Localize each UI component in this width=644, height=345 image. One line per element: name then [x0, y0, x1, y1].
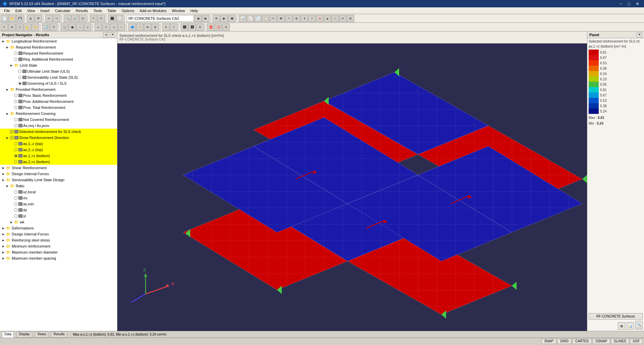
- module-selector[interactable]: RF-CONCRETE Surfaces CA2: [127, 15, 194, 22]
- expand-icon[interactable]: ▶: [9, 63, 13, 67]
- glines-button[interactable]: GLINES: [611, 339, 629, 344]
- tree-item-sl[interactable]: sl: [0, 213, 117, 219]
- tree-item-as-ratio[interactable]: As,req / As,prov: [0, 123, 117, 129]
- toolbar-btn[interactable]: ↙: [95, 23, 102, 31]
- print-preview-button[interactable]: 👁: [35, 15, 42, 22]
- expand-icon[interactable]: ▶: [5, 87, 9, 91]
- toolbar-btn[interactable]: ⚙: [213, 15, 220, 22]
- tree-item-req-reinf[interactable]: Required Reinforcement: [0, 50, 117, 56]
- toolbar-btn[interactable]: 📐: [24, 23, 31, 31]
- open-button[interactable]: 📂: [8, 15, 16, 22]
- menu-item[interactable]: Insert: [38, 8, 52, 13]
- expand-icon[interactable]: ▶: [5, 112, 9, 116]
- toolbar-btn[interactable]: 📈: [247, 15, 254, 22]
- tree-item-governing[interactable]: Governing of ULS / SLS: [0, 80, 117, 86]
- menu-item[interactable]: Help: [188, 8, 201, 13]
- expand-icon[interactable]: ▶: [1, 178, 5, 182]
- app-minimize-button[interactable]: −: [618, 1, 625, 6]
- expand-icon[interactable]: ▶: [1, 172, 5, 176]
- tree-item-wk[interactable]: ▶📁wk: [0, 219, 117, 225]
- tree-item-sls-design[interactable]: ▶📁Serviceability Limit State Design: [0, 177, 117, 183]
- 3d-view[interactable]: x z: [117, 44, 587, 331]
- app-close-button[interactable]: ✕: [634, 1, 641, 6]
- toolbar-btn[interactable]: 🔸: [136, 23, 144, 31]
- save-button[interactable]: 💾: [16, 15, 23, 22]
- panel-close-button[interactable]: ✕: [637, 32, 642, 38]
- tree-item-not-covered[interactable]: Not Covered Reinforcement: [0, 117, 117, 123]
- panel-icon-chart[interactable]: 📊: [627, 322, 634, 330]
- panel-zoom-icon[interactable]: 🔍: [635, 321, 643, 328]
- menu-item[interactable]: Options: [119, 8, 137, 13]
- toolbar-btn[interactable]: 📋: [262, 15, 269, 22]
- tree-item-sls[interactable]: Serviceability Limit State (SLS): [0, 74, 117, 80]
- toolbar-btn[interactable]: ⑨: [196, 23, 204, 31]
- toolbar-btn[interactable]: ⬦: [76, 23, 84, 31]
- expand-icon[interactable]: ▶: [1, 244, 5, 248]
- tree-item-req-add[interactable]: Req. Additional Reinforcement: [0, 56, 117, 62]
- menu-item[interactable]: View: [24, 8, 38, 13]
- tab-results[interactable]: Results: [51, 332, 67, 338]
- toolbar-btn[interactable]: ⇔: [339, 15, 346, 22]
- menu-item[interactable]: Calculate: [52, 8, 73, 13]
- toolbar-btn[interactable]: 📉: [254, 15, 262, 22]
- titlebar-controls[interactable]: − □ ✕: [618, 1, 641, 6]
- tree-item-reinf-steel[interactable]: ▶📁Reinforcing steel stress: [0, 237, 117, 243]
- expand-icon[interactable]: ▶: [1, 166, 5, 170]
- expand-icon[interactable]: ▶: [5, 45, 9, 49]
- tree-item-provided[interactable]: ▶📁Provided Reinforcement: [0, 86, 117, 92]
- tree-item-required[interactable]: ▶📁Required Reinforcement: [0, 44, 117, 50]
- toolbar-btn[interactable]: ⬧: [84, 23, 91, 31]
- toolbar-btn[interactable]: ⊕: [144, 23, 151, 31]
- tree-item-reinf-cover[interactable]: ▶📁Reinforcement Covering: [0, 111, 117, 117]
- zoom-in-button[interactable]: 🔍: [64, 15, 71, 22]
- expand-icon[interactable]: ▶: [1, 232, 5, 236]
- toolbar-btn[interactable]: 📏: [32, 23, 39, 31]
- panel-icon-table[interactable]: ⊞: [618, 322, 625, 330]
- toolbar-btn[interactable]: ▶: [220, 15, 228, 22]
- tree-item-min-reinf[interactable]: ▶📁Minimum reinforcement: [0, 243, 117, 249]
- toolbar-btn[interactable]: 🅱: [189, 23, 196, 31]
- nav-prev-button[interactable]: ◀: [194, 15, 202, 22]
- menu-item[interactable]: Tools: [91, 8, 105, 13]
- toolbar-btn[interactable]: 📊: [239, 15, 246, 22]
- tree-item-as2-z-top[interactable]: as,2,-z (top): [0, 147, 117, 153]
- menu-item[interactable]: Results: [73, 8, 91, 13]
- menu-item[interactable]: File: [1, 8, 13, 13]
- tab-data[interactable]: Data: [2, 332, 14, 338]
- toolbar-btn[interactable]: ⬡: [16, 23, 23, 31]
- dxf-button[interactable]: DXF: [630, 339, 643, 344]
- toolbar-btn[interactable]: ↖: [1, 23, 8, 31]
- osnap-button[interactable]: OSNAP: [592, 339, 610, 344]
- toolbar-btn[interactable]: ↺: [50, 23, 57, 31]
- toolbar-btn[interactable]: ◼: [68, 23, 76, 31]
- toolbar-btn[interactable]: ◻: [61, 23, 68, 31]
- print-button[interactable]: 🖨: [27, 15, 34, 22]
- toolbar-btn[interactable]: 🔄: [42, 23, 50, 31]
- app-maximize-button[interactable]: □: [626, 1, 632, 6]
- toolbar-btn[interactable]: +: [285, 15, 292, 22]
- menu-item[interactable]: Window: [169, 8, 187, 13]
- toolbar-btn[interactable]: 🔺: [316, 15, 323, 22]
- expand-icon[interactable]: ▶: [1, 226, 5, 230]
- toolbar-btn[interactable]: ⊗: [152, 23, 159, 31]
- toolbar-btn[interactable]: ℹ: [301, 15, 308, 22]
- tree-item-shear[interactable]: ▶📁Shear Reinforcement: [0, 165, 117, 171]
- tree-item-max-spacing[interactable]: ▶📁Maximum member spacing: [0, 255, 117, 261]
- toolbar-btn[interactable]: ⊞: [347, 15, 354, 22]
- toolbar-btn[interactable]: 🔷: [128, 23, 136, 31]
- toolbar-btn[interactable]: ✧: [170, 23, 177, 31]
- toolbar-btn[interactable]: ⬜: [116, 15, 123, 22]
- navigator-pin-button[interactable]: ◁: [103, 32, 108, 38]
- toolbar-btn[interactable]: ⊕: [293, 15, 300, 22]
- toolbar-btn[interactable]: ↘: [110, 23, 117, 31]
- toolbar-btn[interactable]: 🚫: [215, 23, 222, 31]
- tab-display[interactable]: Display: [16, 332, 32, 338]
- toolbar-btn[interactable]: ⊖: [222, 23, 230, 31]
- toolbar-btn[interactable]: ✂: [270, 15, 277, 22]
- toolbar-btn[interactable]: ⬛: [108, 15, 116, 22]
- tree-item-design-int2[interactable]: ▶📁Design Internal Forces: [0, 231, 117, 237]
- tree-item-prov-add[interactable]: Prov. Additional Reinforcement: [0, 98, 117, 105]
- tree-item-as1-z-bot[interactable]: as,1,+z (bottom): [0, 153, 117, 159]
- expand-icon[interactable]: ▶: [5, 184, 9, 188]
- tab-views[interactable]: Views: [35, 332, 49, 338]
